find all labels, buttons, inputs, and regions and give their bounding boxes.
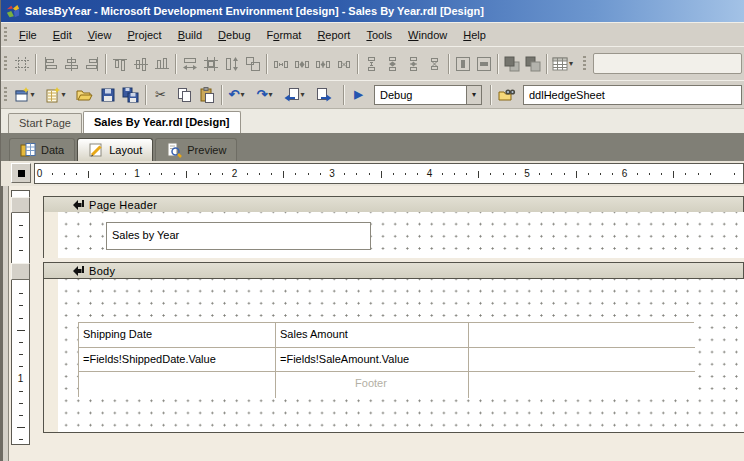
tab-layout[interactable]: Layout [77, 138, 153, 161]
ruler-tick [210, 173, 211, 175]
align-tops-button[interactable] [109, 53, 130, 75]
bring-to-front-button[interactable] [501, 53, 522, 75]
table-header-cell[interactable]: Sales Amount [276, 323, 469, 348]
body-band-bar[interactable]: Body [43, 262, 744, 279]
make-horizontal-spacing-equal-button[interactable] [270, 53, 291, 75]
toolbar-grip[interactable] [583, 56, 586, 72]
align-middles-button[interactable] [130, 53, 151, 75]
ruler-tick [76, 173, 77, 175]
make-same-height-button[interactable] [221, 53, 242, 75]
cut-button[interactable]: ✂ [149, 84, 172, 106]
new-project-button[interactable]: ▾ [11, 84, 42, 106]
tab-sales-by-year-rdl[interactable]: Sales By Year.rdl [Design] [83, 111, 241, 133]
redo-button[interactable]: ↷▾ [253, 84, 281, 106]
make-same-size-button[interactable] [242, 53, 263, 75]
paste-button[interactable] [195, 84, 218, 106]
undo-button[interactable]: ↶▾ [225, 84, 253, 106]
table-detail-cell[interactable]: =Fields!SaleAmount.Value [276, 348, 469, 372]
solution-configurations-combo[interactable]: Debug ▾ [374, 85, 482, 105]
remove-vertical-spacing-button[interactable] [424, 53, 445, 75]
send-to-back-button[interactable] [522, 53, 543, 75]
make-same-width-button[interactable] [179, 53, 200, 75]
page-header-band-bar[interactable]: Page Header [43, 196, 744, 213]
menu-item-help[interactable]: Help [455, 26, 494, 44]
ruler-tick [417, 173, 418, 175]
table-footer-cell[interactable] [79, 372, 276, 398]
align-rights-icon [84, 56, 100, 72]
snap-to-grid-button[interactable] [11, 53, 32, 75]
toolbar-empty-combo[interactable] [593, 53, 742, 74]
save-all-button[interactable] [119, 84, 142, 106]
start-debug-button[interactable]: ▶ [347, 84, 370, 106]
report-design-surface[interactable]: Page Header Sales by Year Body [43, 186, 744, 461]
table-header-cell[interactable]: Shipping Date [79, 323, 276, 348]
tab-data[interactable]: Data [9, 138, 75, 161]
title-bar: SalesByYear - Microsoft Development Envi… [1, 0, 744, 22]
tab-start-page[interactable]: Start Page [8, 113, 82, 133]
table-detail-cell[interactable]: =Fields!ShippedDate.Value [79, 348, 276, 372]
page-header-content[interactable]: Sales by Year [43, 212, 744, 258]
combo-dropdown-button[interactable]: ▾ [466, 86, 481, 104]
report-table[interactable]: Shipping Date Sales Amount =Fields!Shipp… [78, 322, 694, 397]
menu-item-format[interactable]: Format [259, 26, 310, 44]
dropdown-caret-icon: ▾ [268, 90, 277, 99]
body-content[interactable]: Shipping Date Sales Amount =Fields!Shipp… [43, 279, 744, 433]
align-centers-button[interactable] [60, 53, 81, 75]
menu-item-edit[interactable]: Edit [45, 26, 80, 44]
menu-item-report[interactable]: Report [309, 26, 358, 44]
save-button[interactable] [96, 84, 119, 106]
ruler-tick [478, 171, 479, 178]
make-vertical-spacing-equal-icon [364, 56, 380, 72]
ruler-tick [271, 173, 272, 175]
toolbar-grip[interactable] [4, 27, 7, 43]
ruler-tick [515, 173, 516, 175]
find-in-files-button[interactable] [494, 84, 520, 106]
make-vertical-spacing-equal-button[interactable] [361, 53, 382, 75]
menu-item-project[interactable]: Project [119, 26, 169, 44]
size-to-grid-button[interactable] [200, 53, 221, 75]
report-title-textbox[interactable]: Sales by Year [106, 222, 371, 250]
menu-item-window[interactable]: Window [400, 26, 455, 44]
align-bottoms-button[interactable] [151, 53, 172, 75]
menu-item-debug[interactable]: Debug [210, 26, 258, 44]
report-selector-button[interactable] [11, 163, 31, 183]
align-lefts-icon [42, 56, 58, 72]
ruler-tick [64, 173, 65, 175]
ruler-tick [503, 173, 504, 175]
vertical-ruler: 1 [11, 190, 30, 445]
find-combo-input[interactable] [523, 85, 742, 105]
decrease-horizontal-spacing-button[interactable] [312, 53, 333, 75]
table-footer-cell[interactable] [469, 372, 695, 398]
body-grid[interactable]: Shipping Date Sales Amount =Fields!Shipp… [58, 279, 744, 432]
remove-horizontal-spacing-button[interactable] [333, 53, 354, 75]
increase-horizontal-spacing-button[interactable] [291, 53, 312, 75]
add-new-item-button[interactable]: ▾ [42, 84, 73, 106]
open-file-button[interactable] [73, 84, 96, 106]
menu-item-file[interactable]: File [11, 26, 45, 44]
copy-button[interactable] [172, 84, 195, 106]
toolbar-grip[interactable] [4, 87, 7, 103]
center-horizontally-button[interactable] [452, 53, 473, 75]
menu-item-view[interactable]: View [80, 26, 120, 44]
align-tops-icon [112, 56, 128, 72]
page-header-grid[interactable]: Sales by Year [58, 212, 744, 258]
navigate-forward-button[interactable] [312, 84, 335, 106]
align-rights-button[interactable] [81, 53, 102, 75]
page-margin-strip [43, 279, 58, 432]
center-vertically-button[interactable] [473, 53, 494, 75]
tab-preview[interactable]: Preview [155, 138, 237, 161]
decrease-vertical-spacing-button[interactable] [403, 53, 424, 75]
ruler-tick [113, 173, 114, 175]
navigate-backward-button[interactable]: ▾ [281, 84, 312, 106]
increase-vertical-spacing-button[interactable] [382, 53, 403, 75]
grid-options-button[interactable]: ▾ [550, 53, 580, 75]
menu-item-build[interactable]: Build [170, 26, 210, 44]
window-left-frame [1, 186, 9, 461]
toolbar-grip[interactable] [4, 56, 7, 72]
menu-item-tools[interactable]: Tools [358, 26, 400, 44]
ruler-number: 5 [523, 168, 531, 179]
align-lefts-button[interactable] [39, 53, 60, 75]
table-header-cell[interactable] [469, 323, 695, 348]
table-detail-cell[interactable] [469, 348, 695, 372]
table-footer-cell[interactable]: Footer [276, 372, 469, 398]
